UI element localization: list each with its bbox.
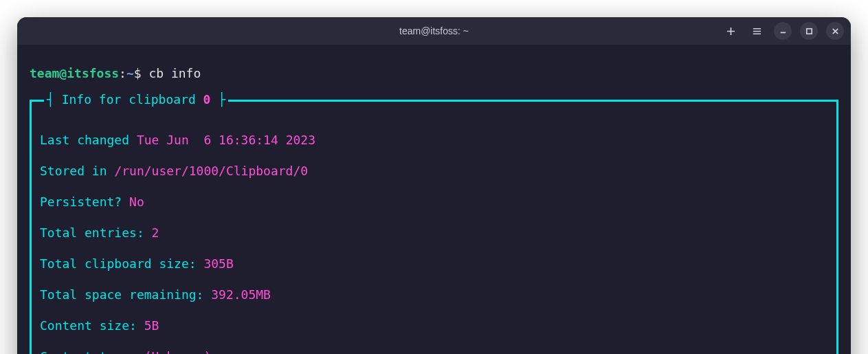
total-entries-value: 2 [152,225,159,240]
persistent-label: Persistent? [40,195,129,209]
title-bracket-left: ┤ [47,92,62,107]
new-tab-button[interactable] [722,22,739,40]
line-last-changed: Last changed Tue Jun 6 16:36:14 2023 [38,133,830,148]
command-text: cb info [148,66,201,80]
prompt-line-1: team@itsfoss:~$ cb info [30,66,838,82]
title-text: Info for clipboard [62,92,203,107]
hamburger-icon [753,27,761,36]
line-total-size: Total clipboard size: 305B [38,256,830,272]
info-box: ┤ Info for clipboard 0 ├ Last changed Tu… [30,100,838,355]
content-size-label: Content size: [40,318,144,333]
line-stored-in: Stored in /run/user/1000/Clipboard/0 [38,164,830,179]
line-content-size: Content size: 5B [38,318,830,334]
maximize-button[interactable] [800,22,818,40]
stored-in-label: Stored in [40,164,114,178]
close-icon [831,27,840,36]
line-total-entries: Total entries: 2 [38,225,830,241]
space-remaining-label: Total space remaining: [40,287,211,302]
line-persistent: Persistent? No [38,195,830,210]
prompt-colon: : [119,66,126,80]
prompt-user: team [30,66,59,80]
plus-icon [726,27,735,36]
title-bracket-right: ├ [210,92,225,107]
total-entries-label: Total entries: [40,225,152,240]
last-changed-label: Last changed [40,133,137,147]
total-size-value: 305B [203,256,233,271]
terminal-body[interactable]: team@itsfoss:~$ cb info ┤ Info for clipb… [17,45,851,354]
close-button[interactable] [826,22,844,40]
minimize-icon [779,27,788,36]
total-size-label: Total clipboard size: [40,256,203,271]
titlebar-controls [722,22,844,40]
persistent-value: No [129,195,144,209]
prompt-host: itsfoss [67,66,119,80]
line-space-remaining: Total space remaining: 392.05MB [38,287,830,303]
minimize-button[interactable] [774,22,792,40]
space-remaining-value: 392.05MB [211,287,271,302]
window-title: team@itsfoss: ~ [399,25,469,36]
content-type-value: (Unknown) [144,349,212,355]
info-box-title: ┤ Info for clipboard 0 ├ [44,92,228,108]
menu-button[interactable] [748,22,766,40]
stored-in-value: /run/user/1000/Clipboard/0 [114,164,308,178]
titlebar: team@itsfoss: ~ [17,17,851,45]
svg-rect-0 [806,28,811,33]
maximize-icon [805,27,814,36]
content-size-value: 5B [144,318,159,333]
last-changed-value: Tue Jun 6 16:36:14 2023 [137,133,315,147]
prompt-path: ~ [126,66,134,80]
content-type-label: Content type: [40,349,144,355]
line-content-type: Content type: (Unknown) [38,349,830,355]
prompt-at: @ [59,66,67,80]
terminal-window: team@itsfoss: ~ team@itsfoss:~$ cb info … [17,17,851,354]
title-number: 0 [203,92,211,107]
prompt-dollar: $ [134,66,142,80]
